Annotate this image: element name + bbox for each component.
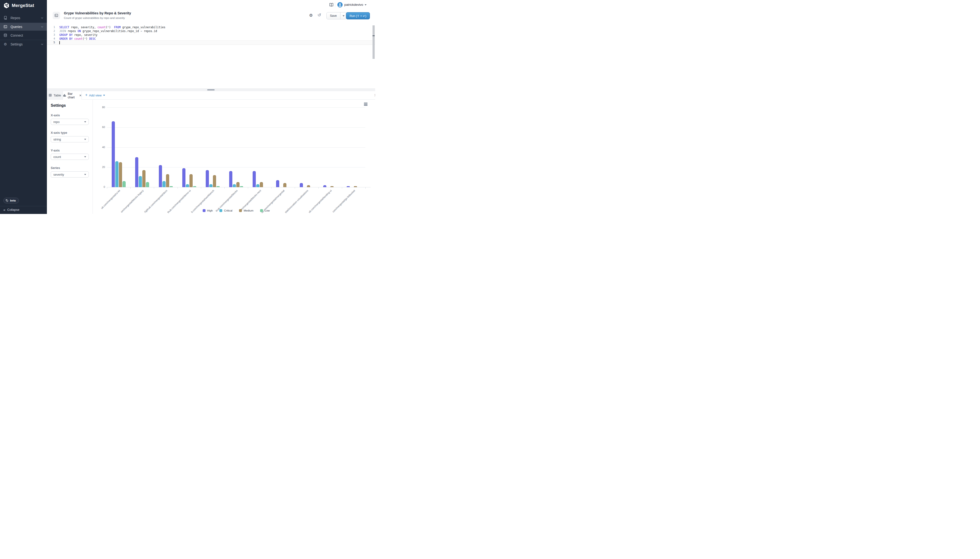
chevron-down-icon xyxy=(41,17,43,19)
bar-critical[interactable] xyxy=(139,176,142,187)
x-axis-tickmark xyxy=(177,187,178,189)
add-view-label: Add view xyxy=(89,94,102,97)
bar-high[interactable] xyxy=(253,171,256,187)
bar-critical[interactable] xyxy=(256,184,259,187)
bar-medium[interactable] xyxy=(331,186,334,187)
sql-editor[interactable]: 1SELECT repo, severity, count(*) FROM gr… xyxy=(47,23,375,88)
collapse-chevrons-icon: « xyxy=(3,208,5,212)
connect-database-icon xyxy=(3,33,7,37)
bar-critical[interactable] xyxy=(115,161,119,187)
code-line[interactable]: 5 xyxy=(47,40,375,45)
save-button-group: Save xyxy=(326,12,347,19)
avatar[interactable] xyxy=(337,2,343,7)
y-axis-select[interactable]: count xyxy=(51,154,89,160)
page-title: Grype Vulnerabilities by Repo & Severity xyxy=(64,11,131,15)
bar-high[interactable] xyxy=(300,183,303,187)
save-button[interactable]: Save xyxy=(327,12,340,19)
legend-swatch xyxy=(220,209,222,212)
select-value: severity xyxy=(53,173,64,176)
caret-down-icon xyxy=(84,121,86,122)
logo-text: MergeStat xyxy=(12,3,34,8)
bar-high[interactable] xyxy=(135,157,138,187)
legend-label: High xyxy=(207,209,213,212)
page-subtitle: Count of grype vulnerabilities by repo a… xyxy=(64,17,125,19)
bar-low[interactable] xyxy=(146,182,149,187)
sidebar-item-connect[interactable]: Connect xyxy=(0,31,47,39)
code-line[interactable]: 1SELECT repo, severity, count(*) FROM gr… xyxy=(47,25,375,29)
legend-item-critical[interactable]: Critical xyxy=(220,209,232,212)
x-axis-select[interactable]: repo xyxy=(51,119,89,125)
line-number: 5 xyxy=(47,41,55,45)
bar-critical[interactable] xyxy=(162,181,165,187)
sidebar-item-settings[interactable]: ⚙ Settings xyxy=(0,40,47,48)
close-tab-icon[interactable]: ✕ xyxy=(79,94,82,97)
bar-medium[interactable] xyxy=(142,170,145,187)
add-view-button[interactable]: + Add view xyxy=(85,91,105,99)
bar-low[interactable] xyxy=(122,181,126,187)
bar-medium[interactable] xyxy=(119,162,122,187)
tab-table[interactable]: Table xyxy=(47,91,63,99)
bar-high[interactable] xyxy=(112,121,115,187)
tab-label: Table xyxy=(54,94,61,97)
legend-item-medium[interactable]: Medium xyxy=(239,209,253,212)
legend-item-low[interactable]: Low xyxy=(260,209,269,212)
bar-low[interactable] xyxy=(170,186,173,187)
y-axis-tick: 80 xyxy=(96,106,105,109)
collapse-button[interactable]: « Collapse xyxy=(3,208,19,212)
bar-high[interactable] xyxy=(159,165,162,187)
series-select[interactable]: severity xyxy=(51,171,89,177)
bar-low[interactable] xyxy=(216,186,220,187)
bar-high[interactable] xyxy=(276,180,279,187)
query-history-icon[interactable]: ↺ xyxy=(317,13,321,17)
bar-high[interactable] xyxy=(347,186,350,187)
y-axis-tick: 60 xyxy=(96,126,105,129)
views-tab-bar: Table Bar chart ✕ + Add view 11ms Succes… xyxy=(47,91,375,99)
bar-medium[interactable] xyxy=(307,185,310,187)
bar-medium[interactable] xyxy=(166,174,169,187)
query-settings-gear-icon[interactable]: ⚙ xyxy=(309,13,313,18)
tab-bar-chart[interactable]: Bar chart ✕ xyxy=(63,91,82,99)
bar-low[interactable] xyxy=(193,186,196,187)
bar-high[interactable] xyxy=(206,170,209,187)
bar-medium[interactable] xyxy=(283,183,286,187)
code-line[interactable]: 2JOIN repos ON grype_repo_vulnerabilitie… xyxy=(47,29,375,33)
legend-item-high[interactable]: High xyxy=(203,209,213,212)
y-axis-tick: 40 xyxy=(96,146,105,149)
settings-gear-icon: ⚙ xyxy=(3,42,7,46)
y-axis-tick: 20 xyxy=(96,165,105,169)
bar-high[interactable] xyxy=(323,185,326,187)
bar-medium[interactable] xyxy=(354,186,357,187)
code-line[interactable]: 4ORDER BY count(*) DESC xyxy=(47,37,375,41)
repos-book-icon xyxy=(3,16,7,20)
docs-book-icon[interactable] xyxy=(329,3,334,7)
editor-scrollbar[interactable] xyxy=(372,25,375,59)
code-line[interactable]: 3GROUP BY repo, severity xyxy=(47,33,375,37)
bar-low[interactable] xyxy=(240,186,243,187)
username[interactable]: patrickdevivo xyxy=(344,3,363,7)
bar-medium[interactable] xyxy=(260,182,263,187)
bar-critical[interactable] xyxy=(186,184,189,187)
save-dropdown-button[interactable] xyxy=(340,12,347,19)
mergestat-logo-icon xyxy=(3,2,10,8)
sidebar-item-queries[interactable]: Queries xyxy=(0,23,47,31)
bar-high[interactable] xyxy=(229,171,232,187)
legend-label: Medium xyxy=(244,209,253,212)
logo[interactable]: MergeStat xyxy=(3,2,34,8)
x-axis-type-select[interactable]: string xyxy=(51,136,89,142)
bar-critical[interactable] xyxy=(233,184,236,187)
settings-heading: Settings xyxy=(51,103,66,108)
sidebar-item-repos[interactable]: Repos xyxy=(0,14,47,21)
editor-scrollbar-thumb[interactable] xyxy=(372,35,375,36)
bar-medium[interactable] xyxy=(213,175,216,187)
bar-medium[interactable] xyxy=(190,174,193,187)
user-menu-caret-icon[interactable] xyxy=(365,4,367,5)
run-button[interactable]: Run (⇧ + ↵) xyxy=(346,12,370,19)
bar-chart-icon xyxy=(63,94,66,97)
table-grid-icon xyxy=(49,94,52,97)
beta-label: beta xyxy=(10,199,16,202)
bar-high[interactable] xyxy=(182,168,185,187)
bar-critical[interactable] xyxy=(209,184,212,187)
line-number: 3 xyxy=(47,33,55,37)
panel-resize-handle[interactable] xyxy=(207,89,215,91)
bar-medium[interactable] xyxy=(236,182,240,187)
